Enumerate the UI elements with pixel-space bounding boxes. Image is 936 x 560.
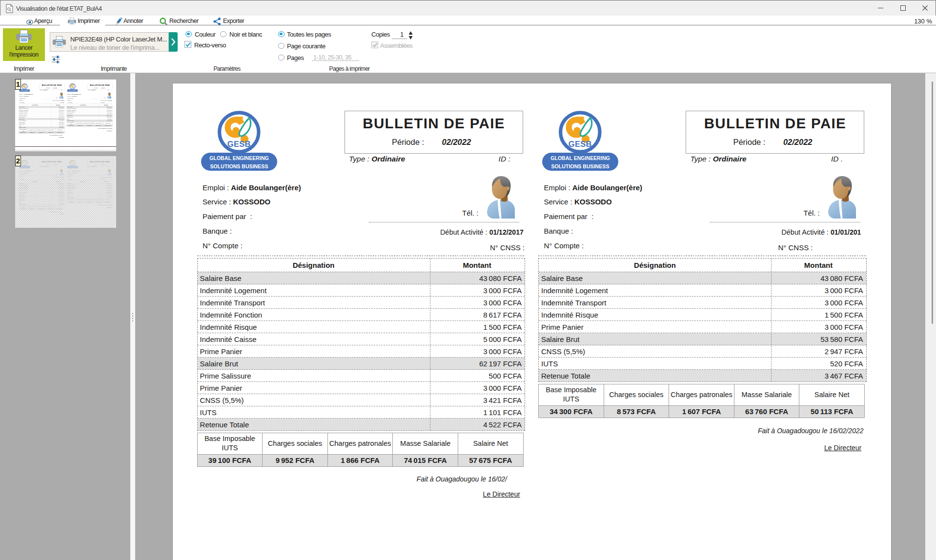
svg-text:GLOBAL ENGINEERING: GLOBAL ENGINEERING <box>20 89 29 90</box>
svg-text:GESB: GESB <box>569 140 592 148</box>
svg-text:GESB: GESB <box>227 140 251 148</box>
svg-text:GESB: GESB <box>23 87 26 88</box>
svg-text:SOLUTIONS BUSINESS: SOLUTIONS BUSINESS <box>551 163 610 169</box>
svg-text:SOLUTIONS BUSINESS: SOLUTIONS BUSINESS <box>20 91 29 91</box>
svg-text:SOLUTIONS BUSINESS: SOLUTIONS BUSINESS <box>210 163 268 169</box>
svg-text:GLOBAL ENGINEERING: GLOBAL ENGINEERING <box>68 89 77 90</box>
svg-text:SOLUTIONS BUSINESS: SOLUTIONS BUSINESS <box>68 91 77 91</box>
svg-text:GLOBAL ENGINEERING: GLOBAL ENGINEERING <box>551 155 610 161</box>
svg-text:GESB: GESB <box>71 87 74 88</box>
svg-text:GLOBAL ENGINEERING: GLOBAL ENGINEERING <box>209 155 269 161</box>
